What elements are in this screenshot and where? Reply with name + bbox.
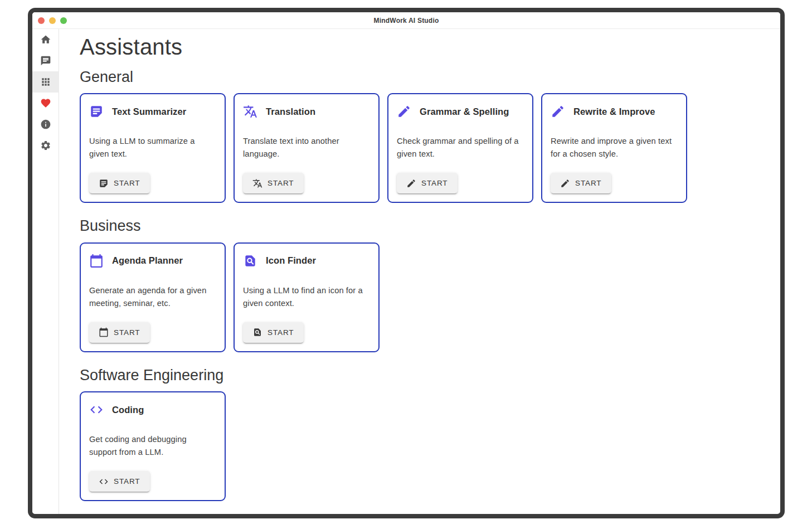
- card-header: Icon Finder: [243, 254, 370, 268]
- assistant-card-icon-finder: Icon Finder Using a LLM to find an icon …: [234, 242, 380, 352]
- start-button-label: START: [114, 179, 140, 187]
- assistant-card-rewrite-improve: Rewrite & Improve Rewrite and improve a …: [541, 93, 687, 203]
- card-row-business: Agenda Planner Generate an agenda for a …: [80, 242, 780, 352]
- sidebar: [32, 29, 59, 514]
- card-row-general: Text Summarizer Using a LLM to summarize…: [80, 93, 780, 203]
- assistant-title: Coding: [112, 405, 144, 415]
- assistant-description: Generate an agenda for a given meeting, …: [89, 284, 215, 310]
- start-button-label: START: [421, 179, 448, 187]
- start-button[interactable]: START: [551, 173, 611, 193]
- chat-icon: [40, 55, 51, 66]
- gear-icon: [40, 140, 51, 151]
- card-row-software-engineering: Coding Get coding and debugging support …: [80, 391, 780, 501]
- assistant-description: Using a LLM to find an icon for a given …: [243, 284, 368, 310]
- assistant-card-translation: Translation Translate text into another …: [234, 93, 380, 203]
- assistant-title: Translation: [266, 106, 315, 117]
- start-button-label: START: [268, 179, 294, 187]
- page-title: Assistants: [80, 34, 780, 60]
- sidebar-item-favorites[interactable]: [32, 93, 59, 114]
- section-label-software-engineering: Software Engineering: [80, 366, 780, 384]
- sidebar-item-about[interactable]: [32, 114, 59, 135]
- assistant-card-text-summarizer: Text Summarizer Using a LLM to summarize…: [80, 93, 226, 203]
- code-icon: [99, 477, 109, 487]
- card-header: Agenda Planner: [89, 254, 216, 268]
- assistant-description: Get coding and debugging support from a …: [89, 433, 215, 459]
- assistant-description: Rewrite and improve a given text for a c…: [551, 135, 676, 161]
- zoom-window-button[interactable]: [60, 17, 67, 24]
- assistant-title: Agenda Planner: [112, 255, 183, 266]
- translate-icon: [252, 178, 262, 188]
- code-icon: [89, 402, 104, 417]
- start-button[interactable]: START: [397, 173, 458, 193]
- start-button-label: START: [268, 328, 294, 337]
- assistant-title: Text Summarizer: [112, 106, 186, 117]
- section-label-general: General: [80, 68, 780, 86]
- assistant-description: Using a LLM to summarize a given text.: [89, 135, 215, 161]
- card-header: Coding: [89, 402, 216, 417]
- main-content: Assistants General Text Summarizer Using…: [59, 29, 780, 514]
- card-header: Text Summarizer: [89, 104, 216, 119]
- edit-pencil-icon: [397, 104, 411, 119]
- minimize-window-button[interactable]: [49, 17, 56, 24]
- edit-pencil-icon: [551, 104, 565, 119]
- summarize-icon: [89, 104, 104, 119]
- card-header: Grammar & Spelling: [397, 104, 524, 119]
- summarize-icon: [99, 178, 109, 188]
- window-title: MindWork AI Studio: [374, 17, 439, 25]
- traffic-lights: [38, 12, 67, 28]
- card-header: Translation: [243, 104, 370, 119]
- calendar-icon: [89, 254, 104, 268]
- home-icon: [40, 34, 51, 45]
- sidebar-item-chats[interactable]: [32, 50, 59, 71]
- start-button[interactable]: START: [243, 322, 304, 343]
- start-button-label: START: [575, 179, 602, 187]
- start-button-label: START: [114, 477, 140, 486]
- close-window-button[interactable]: [38, 17, 45, 24]
- assistant-description: Check grammar and spelling of a given te…: [397, 135, 522, 161]
- assistant-card-coding: Coding Get coding and debugging support …: [80, 391, 226, 501]
- card-header: Rewrite & Improve: [551, 104, 678, 119]
- calendar-icon: [99, 327, 109, 337]
- assistant-title: Rewrite & Improve: [573, 106, 655, 117]
- app-body: Assistants General Text Summarizer Using…: [32, 29, 780, 514]
- assistant-description: Translate text into another language.: [243, 135, 368, 161]
- icon-search-icon: [252, 327, 262, 337]
- screenshot-stage: MindWork AI Studio: [0, 0, 812, 529]
- info-icon: [40, 119, 51, 130]
- section-label-business: Business: [80, 217, 780, 235]
- apps-grid-icon: [40, 76, 51, 88]
- start-button-label: START: [114, 328, 140, 337]
- sidebar-item-assistants[interactable]: [32, 71, 59, 93]
- start-button[interactable]: START: [89, 471, 150, 492]
- icon-search-icon: [243, 254, 257, 268]
- sidebar-item-settings[interactable]: [32, 135, 59, 156]
- start-button[interactable]: START: [89, 173, 150, 193]
- assistant-title: Icon Finder: [266, 255, 316, 266]
- app-window: MindWork AI Studio: [28, 8, 785, 518]
- assistant-card-grammar-spelling: Grammar & Spelling Check grammar and spe…: [387, 93, 533, 203]
- sidebar-item-home[interactable]: [32, 29, 59, 50]
- start-button[interactable]: START: [89, 322, 150, 343]
- assistant-card-agenda-planner: Agenda Planner Generate an agenda for a …: [80, 242, 226, 352]
- heart-icon: [40, 98, 51, 109]
- assistant-title: Grammar & Spelling: [420, 106, 509, 117]
- titlebar: MindWork AI Studio: [32, 12, 780, 29]
- translate-icon: [243, 104, 257, 119]
- start-button[interactable]: START: [243, 173, 304, 193]
- edit-pencil-icon: [406, 178, 416, 188]
- edit-pencil-icon: [560, 178, 570, 188]
